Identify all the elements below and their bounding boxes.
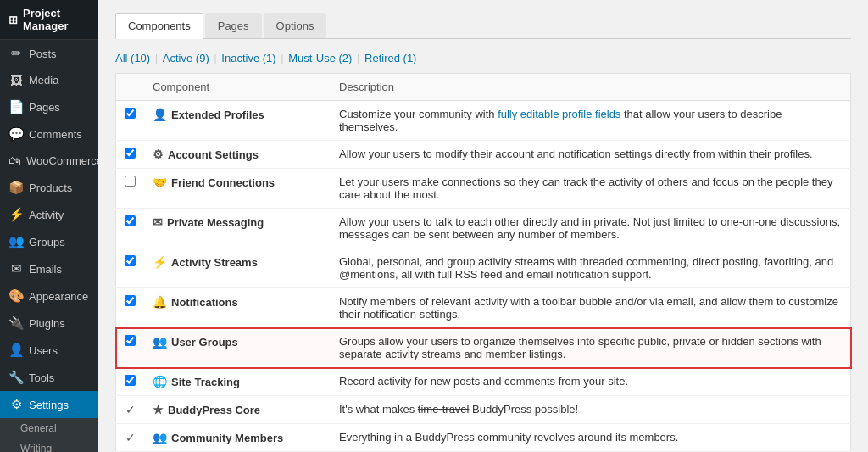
activity-streams-name: Activity Streams [171, 256, 258, 269]
sidebar-item-activity[interactable]: ⚡ Activity [0, 201, 98, 228]
checkbox-notifications[interactable] [125, 295, 136, 306]
tab-options[interactable]: Options [264, 13, 327, 38]
community-members-desc: Everything in a BuddyPress community rev… [331, 424, 851, 452]
filter-inactive-count: (1) [263, 52, 276, 64]
checkbox-friend-connections[interactable] [125, 176, 136, 187]
woocommerce-icon: 🛍 [8, 153, 21, 168]
filter-all[interactable]: All (10) [115, 52, 150, 64]
filter-inactive[interactable]: Inactive (1) [221, 52, 275, 64]
checkbox-extended-profiles[interactable] [125, 108, 136, 119]
sidebar-sub-general[interactable]: General [0, 418, 98, 438]
fully-editable-link[interactable]: fully editable profile fields [498, 108, 620, 120]
table-row: 👥User Groups Groups allow your users to … [116, 328, 851, 368]
activity-streams-desc: Global, personal, and group activity str… [331, 248, 851, 288]
tab-pages[interactable]: Pages [205, 13, 262, 38]
sidebar-item-tools[interactable]: 🔧 Tools [0, 364, 98, 391]
sep1: | [155, 52, 161, 64]
sidebar-item-plugins[interactable]: 🔌 Plugins [0, 310, 98, 337]
checkbox-activity-streams[interactable] [125, 255, 136, 266]
filter-all-count: (10) [131, 52, 150, 64]
appearance-icon: 🎨 [8, 288, 24, 304]
community-members-name: Community Members [171, 432, 283, 444]
filter-active[interactable]: Active (9) [163, 52, 209, 64]
buddypress-core-icon: ★ [153, 403, 164, 416]
table-row: ⚙Account Settings Allow your users to mo… [116, 141, 851, 169]
activity-icon: ⚡ [8, 207, 24, 222]
sidebar-item-settings[interactable]: ⚙ Settings [0, 391, 98, 418]
sidebar-item-posts[interactable]: ✏ Posts [0, 40, 98, 67]
logo-text: Project Manager [23, 7, 90, 32]
tab-components[interactable]: Components [115, 13, 203, 39]
col-description: Description [331, 74, 851, 101]
sep2: | [214, 52, 220, 64]
checkbox-site-tracking[interactable] [125, 375, 136, 386]
sidebar-item-emails[interactable]: ✉ Emails [0, 255, 98, 282]
sidebar-item-groups[interactable]: 👥 Groups [0, 228, 98, 255]
sidebar-emails-label: Emails [29, 263, 62, 276]
sidebar-plugins-label: Plugins [29, 317, 65, 330]
sidebar-media-label: Media [29, 74, 58, 86]
table-row: 🌐Site Tracking Record activity for new p… [116, 368, 851, 396]
extended-profiles-name: Extended Profiles [171, 109, 264, 121]
sidebar: ⊞ Project Manager ✏ Posts 🖼 Media 📄 Page… [0, 0, 98, 452]
filter-mustuse[interactable]: Must-Use (2) [288, 52, 352, 64]
sidebar-item-comments[interactable]: 💬 Comments [0, 120, 98, 148]
community-members-icon: 👥 [153, 431, 167, 444]
extended-profiles-desc: Customize your community with fully edit… [331, 101, 851, 141]
logo-icon: ⊞ [8, 14, 18, 26]
check-community-members: ✓ [125, 431, 136, 444]
settings-icon: ⚙ [8, 397, 24, 412]
posts-icon: ✏ [8, 46, 24, 61]
col-check [116, 74, 145, 101]
user-groups-icon: 👥 [153, 335, 167, 349]
media-icon: 🖼 [8, 73, 24, 87]
checkbox-user-groups[interactable] [125, 335, 136, 346]
sidebar-products-label: Products [29, 181, 72, 194]
sidebar-appearance-label: Appearance [29, 290, 88, 303]
sidebar-item-products[interactable]: 📦 Products [0, 174, 98, 201]
table-row: ✉Private Messaging Allow your users to t… [116, 209, 851, 248]
check-buddypress-core: ✓ [125, 403, 136, 416]
private-messaging-icon: ✉ [153, 215, 163, 229]
sidebar-pages-label: Pages [29, 101, 60, 114]
account-settings-desc: Allow your users to modify their account… [331, 141, 851, 169]
friend-connections-desc: Let your users make connections so they … [331, 169, 851, 209]
sidebar-posts-label: Posts [29, 47, 57, 60]
filter-bar: All (10) | Active (9) | Inactive (1) | M… [115, 52, 851, 64]
table-row: 👤Extended Profiles Customize your commun… [116, 101, 851, 141]
sidebar-groups-label: Groups [29, 236, 65, 248]
site-tracking-desc: Record activity for new posts and commen… [331, 368, 851, 396]
sep3: | [281, 52, 287, 64]
users-icon: 👤 [8, 343, 24, 358]
filter-active-count: (9) [196, 52, 209, 64]
private-messaging-desc: Allow your users to talk to each other d… [331, 209, 851, 248]
filter-mustuse-count: (2) [339, 52, 353, 64]
sidebar-logo: ⊞ Project Manager [0, 0, 98, 40]
sidebar-item-appearance[interactable]: 🎨 Appearance [0, 282, 98, 310]
plugins-icon: 🔌 [8, 315, 24, 331]
user-groups-name: User Groups [171, 336, 238, 349]
user-groups-desc: Groups allow your users to organize them… [331, 328, 851, 368]
sidebar-item-woocommerce[interactable]: 🛍 WooCommerce [0, 148, 98, 174]
filter-retired[interactable]: Retired (1) [364, 52, 416, 64]
table-row: ⚡Activity Streams Global, personal, and … [116, 248, 851, 288]
notifications-name: Notifications [171, 296, 238, 309]
extended-profiles-icon: 👤 [153, 108, 167, 121]
comments-icon: 💬 [8, 126, 24, 142]
sidebar-sub-writing[interactable]: Writing [0, 438, 98, 452]
sidebar-item-media[interactable]: 🖼 Media [0, 67, 98, 93]
settings-submenu: General Writing Reading Discussion Media… [0, 418, 98, 452]
sidebar-item-pages[interactable]: 📄 Pages [0, 93, 98, 120]
site-tracking-name: Site Tracking [171, 376, 240, 388]
buddypress-core-name: BuddyPress Core [168, 404, 260, 416]
sidebar-item-users[interactable]: 👤 Users [0, 337, 98, 364]
checkbox-account-settings[interactable] [125, 148, 136, 159]
table-row: ✓ ★BuddyPress Core It's what makes time-… [116, 396, 851, 424]
tab-bar: Components Pages Options [115, 13, 851, 39]
emails-icon: ✉ [8, 261, 24, 276]
checkbox-private-messaging[interactable] [125, 215, 136, 226]
table-row: 🤝Friend Connections Let your users make … [116, 169, 851, 209]
filter-retired-count: (1) [403, 52, 417, 64]
groups-icon: 👥 [8, 234, 24, 249]
table-row: 🔔Notifications Notify members of relevan… [116, 288, 851, 328]
